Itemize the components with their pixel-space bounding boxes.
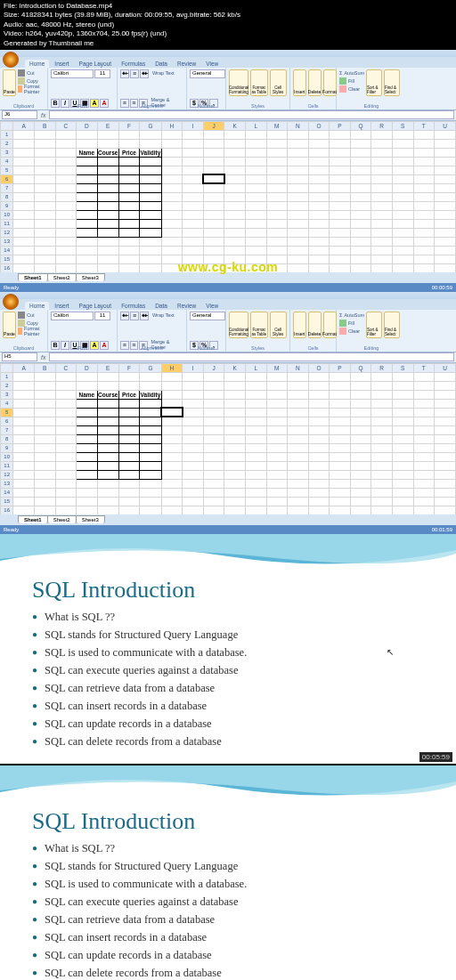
cell[interactable] xyxy=(392,408,413,417)
cell[interactable] xyxy=(308,166,330,174)
cell[interactable] xyxy=(97,434,118,443)
cell[interactable] xyxy=(330,255,351,263)
cell[interactable] xyxy=(371,157,393,166)
cell[interactable] xyxy=(350,461,371,470)
cell[interactable] xyxy=(161,390,183,399)
cell[interactable] xyxy=(350,201,371,210)
cond-format-button[interactable]: Conditional Formatting xyxy=(229,312,248,338)
cell[interactable] xyxy=(34,237,55,246)
cell[interactable] xyxy=(371,399,393,408)
cell[interactable] xyxy=(266,157,288,166)
cell[interactable] xyxy=(392,183,413,192)
cell[interactable] xyxy=(224,372,246,381)
cell[interactable] xyxy=(371,130,393,139)
cell[interactable] xyxy=(350,166,371,174)
cell[interactable] xyxy=(288,219,309,228)
cell[interactable] xyxy=(161,497,183,506)
cell[interactable] xyxy=(392,461,413,470)
col-header[interactable]: J xyxy=(203,363,224,372)
cell[interactable] xyxy=(55,506,77,514)
cell[interactable] xyxy=(203,166,224,174)
cell[interactable] xyxy=(34,390,55,399)
cell[interactable] xyxy=(435,399,456,408)
cell[interactable] xyxy=(224,174,246,183)
cell[interactable] xyxy=(350,452,371,461)
cell[interactable] xyxy=(330,174,351,183)
col-header[interactable]: G xyxy=(140,121,161,130)
cell[interactable] xyxy=(77,417,98,425)
cell[interactable] xyxy=(224,210,246,219)
cell[interactable] xyxy=(266,479,288,488)
cell[interactable] xyxy=(203,130,224,139)
cell[interactable] xyxy=(77,130,98,139)
cell[interactable] xyxy=(183,201,204,210)
cell[interactable] xyxy=(203,157,224,166)
cell[interactable] xyxy=(330,390,351,399)
delete-cells-button[interactable]: Delete xyxy=(308,69,322,96)
cell[interactable] xyxy=(330,470,351,479)
cell[interactable] xyxy=(203,246,224,255)
cell[interactable] xyxy=(77,425,98,434)
cell[interactable] xyxy=(118,246,140,255)
ribbon-tab-page-layout[interactable]: Page Layout xyxy=(75,60,117,68)
cell[interactable] xyxy=(203,139,224,148)
cell[interactable] xyxy=(13,166,35,174)
cell[interactable] xyxy=(413,148,435,157)
cell[interactable] xyxy=(55,148,77,157)
cell[interactable] xyxy=(413,166,435,174)
cell[interactable] xyxy=(140,201,161,210)
col-header[interactable]: B xyxy=(34,121,55,130)
cell[interactable] xyxy=(118,381,140,390)
format-painter-button[interactable]: Format Painter xyxy=(18,85,45,93)
cell[interactable] xyxy=(308,399,330,408)
cell[interactable] xyxy=(413,497,435,506)
col-header[interactable]: C xyxy=(55,363,77,372)
cell[interactable] xyxy=(183,174,204,183)
cell[interactable] xyxy=(245,219,266,228)
row-header[interactable]: 4 xyxy=(1,399,13,408)
cell[interactable] xyxy=(118,461,140,470)
cell[interactable] xyxy=(13,452,35,461)
cell[interactable] xyxy=(350,192,371,201)
cell[interactable] xyxy=(13,497,35,506)
cell[interactable] xyxy=(288,452,309,461)
cell[interactable] xyxy=(413,192,435,201)
cell[interactable] xyxy=(203,425,224,434)
cell[interactable] xyxy=(266,237,288,246)
cell[interactable] xyxy=(288,237,309,246)
cell[interactable] xyxy=(97,210,118,219)
cell[interactable] xyxy=(288,263,309,272)
cell[interactable] xyxy=(330,461,351,470)
cell[interactable] xyxy=(77,192,98,201)
name-box[interactable]: J6 xyxy=(2,110,37,119)
cell[interactable] xyxy=(183,228,204,237)
row-header[interactable]: 10 xyxy=(1,452,13,461)
cell[interactable] xyxy=(13,399,35,408)
cell[interactable] xyxy=(330,228,351,237)
cell[interactable] xyxy=(266,506,288,514)
cell[interactable] xyxy=(118,166,140,174)
cell[interactable] xyxy=(435,417,456,425)
cell[interactable] xyxy=(161,408,183,417)
sheet-tab[interactable]: Sheet3 xyxy=(76,515,105,523)
cell[interactable] xyxy=(245,452,266,461)
col-header[interactable]: U xyxy=(435,121,456,130)
cell[interactable] xyxy=(183,148,204,157)
cell[interactable] xyxy=(330,497,351,506)
cell[interactable] xyxy=(435,237,456,246)
cell[interactable] xyxy=(308,255,330,263)
cell[interactable] xyxy=(350,506,371,514)
cell[interactable] xyxy=(371,201,393,210)
cell[interactable] xyxy=(203,443,224,452)
cell[interactable] xyxy=(161,130,183,139)
format-cells-button[interactable]: Format xyxy=(323,312,337,338)
cell[interactable]: Validity xyxy=(140,390,161,399)
col-header[interactable]: D xyxy=(77,121,98,130)
cell[interactable] xyxy=(350,139,371,148)
cell[interactable] xyxy=(118,263,140,272)
cell[interactable] xyxy=(350,263,371,272)
cell[interactable] xyxy=(266,381,288,390)
cell[interactable] xyxy=(288,399,309,408)
cell[interactable] xyxy=(371,237,393,246)
col-header[interactable]: L xyxy=(245,363,266,372)
